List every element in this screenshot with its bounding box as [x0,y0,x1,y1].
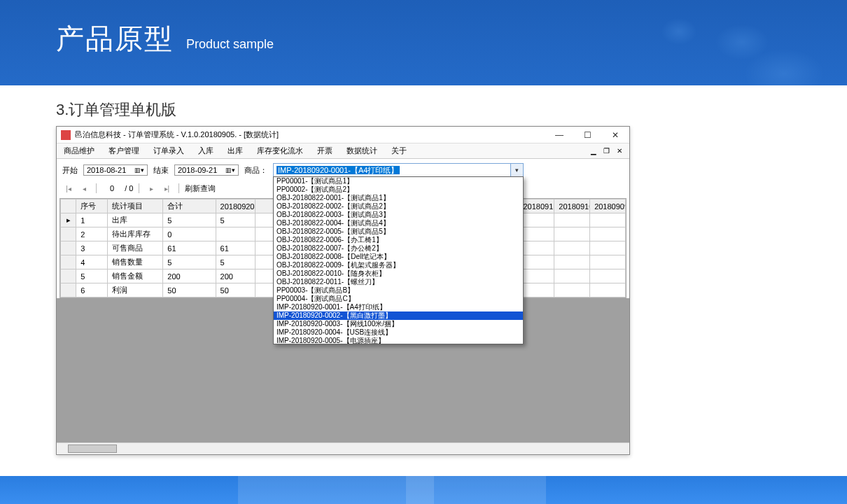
row-selector[interactable] [61,255,76,270]
cell-total: 5 [163,214,216,227]
window-title: 邑泊信息科技 - 订单管理系统 - V.1.0.20180905. - [数据统… [75,130,545,140]
dropdown-option[interactable]: PP00001-【测试商品1】 [274,177,523,186]
horizontal-scrollbar[interactable] [57,442,629,454]
dropdown-option[interactable]: OBJ-20180822-0003-【测试商品3】 [274,211,523,219]
menu-item[interactable]: 商品维护 [61,144,97,158]
cell-total: 50 [163,284,216,298]
end-date-input[interactable]: 2018-09-21 ▥▾ [174,164,239,176]
dropdown-option[interactable]: IMP-20180920-0005-【电源插座】 [274,337,523,344]
dropdown-option[interactable]: OBJ-20180822-0009-【机架式服务器】 [274,261,523,270]
row-selector[interactable] [61,284,76,298]
app-icon [61,130,71,140]
maximize-button[interactable]: ☐ [573,127,601,144]
dropdown-option[interactable]: OBJ-20180822-0001-【测试商品1】 [274,194,523,202]
column-header[interactable]: 合计 [163,200,216,214]
dropdown-option[interactable]: PP00004-【测试商品C】 [274,295,523,303]
cell-date: 50 [216,284,255,298]
mdi-restore-icon[interactable]: ❐ [601,146,612,156]
dropdown-option[interactable]: OBJ-20180822-0007-【办公椅2】 [274,244,523,253]
combo-selected-text: IMP-20180920-0001-【A4打印纸】 [276,166,400,174]
next-page-button[interactable]: ▸ [145,183,158,194]
dropdown-option[interactable]: OBJ-20180822-0005-【测试商品5】 [274,227,523,236]
chevron-down-icon[interactable]: ▾ [510,164,523,176]
menu-item[interactable]: 关于 [388,144,410,158]
cell-total: 61 [163,241,216,255]
dropdown-option[interactable]: OBJ-20180822-0002-【测试商品2】 [274,202,523,211]
cell [519,227,554,241]
menu-item[interactable]: 库存变化流水 [254,144,306,158]
page-position: 0 [102,183,122,193]
cell [590,284,626,298]
column-header[interactable]: 20180911 [519,200,554,214]
cell [519,241,554,255]
column-header[interactable]: 序号 [76,200,108,214]
dropdown-option[interactable]: IMP-20180920-0001-【A4打印纸】 [274,303,523,312]
dropdown-option[interactable]: PP00002-【测试商品2】 [274,186,523,194]
menu-item[interactable]: 数据统计 [344,144,380,158]
cell-date [216,227,255,241]
cell [590,241,626,255]
last-page-button[interactable]: ▸| [160,183,173,194]
column-header[interactable]: 20180920 [216,200,255,214]
calendar-icon[interactable]: ▥▾ [225,167,235,174]
cell [519,270,554,284]
refresh-button[interactable]: 刷新查询 [185,183,216,194]
row-selector[interactable] [61,241,76,255]
product-combo[interactable]: IMP-20180920-0001-【A4打印纸】 ▾ PP00001-【测试商… [273,163,524,177]
minimize-button[interactable]: — [545,127,573,144]
cell-total: 0 [163,227,216,241]
filter-bar: 开始 2018-08-21 ▥▾ 结束 2018-09-21 ▥▾ 商品： IM… [57,159,629,181]
slide-footer-decoration [0,476,847,504]
row-header [61,200,76,214]
cell [590,227,626,241]
dropdown-option[interactable]: IMP-20180920-0004-【USB连接线】 [274,328,523,337]
cell-item: 可售商品 [108,241,163,255]
cell-seq: 1 [76,214,108,227]
product-dropdown: PP00001-【测试商品1】PP00002-【测试商品2】OBJ-201808… [273,176,524,344]
cell [554,270,590,284]
row-selector[interactable] [61,270,76,284]
dropdown-option[interactable]: OBJ-20180822-0004-【测试商品4】 [274,219,523,227]
dropdown-option[interactable]: IMP-20180920-0002-【黑白激打墨】 [274,312,523,320]
cell [554,227,590,241]
menu-item[interactable]: 订单录入 [150,144,187,158]
column-header[interactable]: 统计项目 [108,200,163,214]
scrollbar-thumb[interactable] [68,444,117,453]
cell-date: 61 [216,241,255,255]
end-date-label: 结束 [153,165,169,176]
dropdown-option[interactable]: OBJ-20180822-0008-【Dell笔记本】 [274,253,523,261]
cell-date: 5 [216,255,255,270]
mdi-close-icon[interactable]: ✕ [614,146,625,156]
menu-item[interactable]: 入库 [195,144,216,158]
dropdown-option[interactable]: OBJ-20180822-0010-【随身衣柜】 [274,270,523,278]
menu-item[interactable]: 客户管理 [106,144,142,158]
cell [554,214,590,227]
prev-page-button[interactable]: ◂ [78,183,90,194]
cell-item: 待出库库存 [108,227,163,241]
cell-item: 利润 [108,284,163,298]
cell-seq: 3 [76,241,108,255]
dropdown-option[interactable]: OBJ-20180822-0006-【办工椅1】 [274,236,523,244]
menu-item[interactable]: 开票 [314,144,335,158]
page-total: / 0 [125,184,133,192]
start-date-input[interactable]: 2018-08-21 ▥▾ [83,164,148,176]
cell [554,255,590,270]
dropdown-option[interactable]: OBJ-20180822-0011-【螺丝刀】 [274,278,523,286]
product-label: 商品： [244,165,267,176]
mdi-minimize-icon[interactable]: ▁ [588,146,599,156]
start-date-label: 开始 [62,165,78,176]
column-header[interactable]: 20180909 [590,200,626,214]
first-page-button[interactable]: |◂ [62,183,75,194]
app-window: 邑泊信息科技 - 订单管理系统 - V.1.0.20180905. - [数据统… [56,126,630,455]
menu-item[interactable]: 出库 [225,144,246,158]
dropdown-option[interactable]: PP00003-【测试商品B】 [274,286,523,295]
row-selector[interactable]: ▸ [61,214,76,227]
cell [519,284,554,298]
cell-seq: 4 [76,255,108,270]
dropdown-option[interactable]: IMP-20180920-0003-【网线100米/捆】 [274,320,523,328]
row-selector[interactable] [61,227,76,241]
calendar-icon[interactable]: ▥▾ [134,167,144,174]
cell [519,214,554,227]
close-button[interactable]: ✕ [601,127,629,144]
column-header[interactable]: 20180910 [554,200,590,214]
